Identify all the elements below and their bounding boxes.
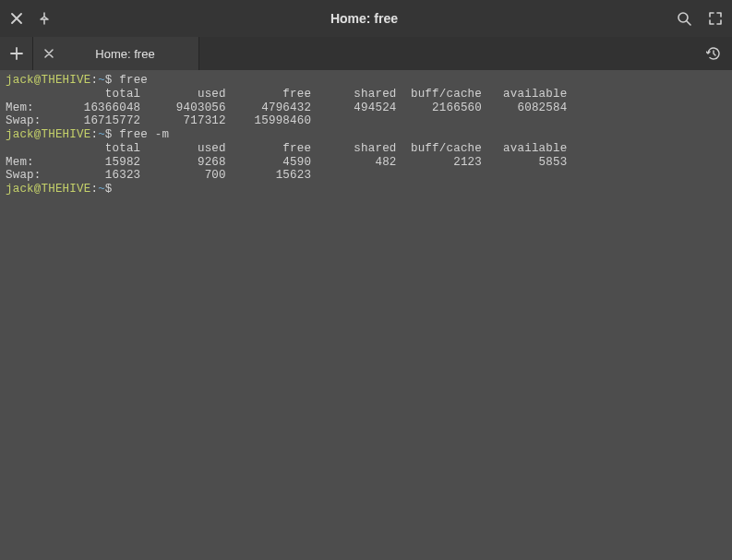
prompt-host: THEHIVE xyxy=(42,183,91,196)
output-row: Mem: 16366048 9403056 4796432 494524 216… xyxy=(6,101,567,114)
command-text: free xyxy=(119,74,148,87)
prompt-colon: : xyxy=(90,128,98,141)
prompt-at: @ xyxy=(34,128,42,141)
output-header: total used free shared buff/cache availa… xyxy=(6,88,567,101)
output-header: total used free shared buff/cache availa… xyxy=(6,142,567,155)
search-icon xyxy=(677,11,691,26)
prompt-symbol: $ xyxy=(105,128,113,141)
window-title: Home: free xyxy=(63,11,666,26)
plus-icon xyxy=(10,47,23,60)
tab-label: Home: free xyxy=(63,47,187,61)
terminal-output[interactable]: jack@THEHIVE:~$ free total used free sha… xyxy=(0,70,732,200)
prompt-host: THEHIVE xyxy=(42,128,91,141)
prompt-symbol: $ xyxy=(105,183,113,196)
prompt-path: ~ xyxy=(98,128,105,141)
prompt-path: ~ xyxy=(98,183,105,196)
new-tab-button[interactable] xyxy=(0,37,33,70)
pin-window-button[interactable] xyxy=(37,11,52,26)
maximize-button[interactable] xyxy=(708,11,723,26)
close-window-button[interactable] xyxy=(9,11,24,26)
prompt-user: jack xyxy=(6,74,34,87)
prompt-user: jack xyxy=(6,183,34,196)
expand-icon xyxy=(709,12,722,25)
titlebar-right-controls xyxy=(677,11,723,26)
close-icon xyxy=(11,13,22,24)
pin-icon xyxy=(39,12,50,25)
tab-bar: Home: free xyxy=(0,37,732,70)
output-row: Swap: 16323 700 15623 xyxy=(6,169,311,182)
window-titlebar: Home: free xyxy=(0,0,732,37)
close-icon xyxy=(44,49,54,58)
terminal-tab[interactable]: Home: free xyxy=(33,37,199,70)
tab-bar-spacer xyxy=(199,37,695,70)
command-text: free -m xyxy=(119,128,169,141)
tab-close-button[interactable] xyxy=(44,49,54,58)
output-row: Mem: 15982 9268 4590 482 2123 5853 xyxy=(6,156,567,169)
prompt-host: THEHIVE xyxy=(42,74,91,87)
cursor xyxy=(113,183,120,196)
prompt-colon: : xyxy=(90,183,98,196)
titlebar-left-controls xyxy=(9,11,52,26)
prompt-user: jack xyxy=(6,128,34,141)
search-button[interactable] xyxy=(677,11,691,26)
prompt-at: @ xyxy=(34,183,42,196)
prompt-symbol: $ xyxy=(105,74,113,87)
output-row: Swap: 16715772 717312 15998460 xyxy=(6,114,311,127)
prompt-at: @ xyxy=(34,74,42,87)
prompt-path: ~ xyxy=(98,74,105,87)
history-icon xyxy=(706,46,721,61)
prompt-colon: : xyxy=(90,74,98,87)
history-button[interactable] xyxy=(695,37,732,70)
